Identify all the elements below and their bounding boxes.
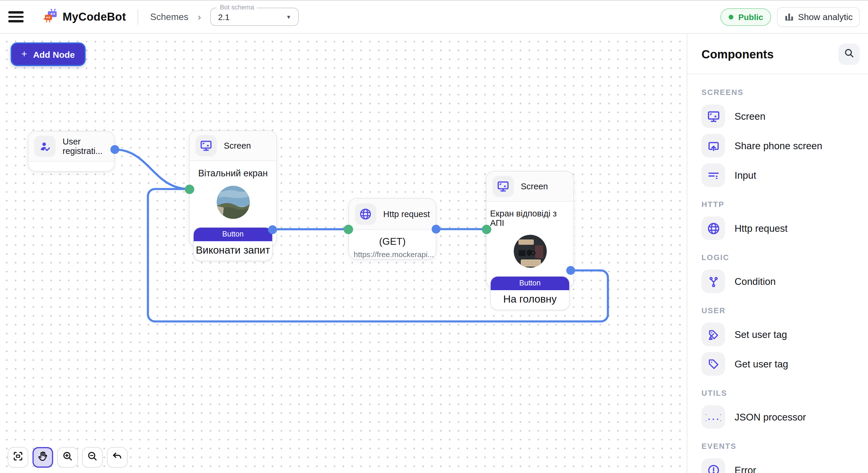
section-events: EVENTS: [702, 442, 854, 450]
button-label: На головну: [491, 290, 569, 310]
button-tag: Button: [194, 228, 272, 241]
node-screen-1[interactable]: Screen Вітальний екран Button Виконати з…: [189, 130, 277, 247]
screen-icon: [702, 104, 725, 128]
hand-icon: [37, 450, 49, 464]
brand: MyCodeBot: [42, 8, 126, 25]
component-item-screen[interactable]: Screen: [702, 101, 854, 131]
component-item-condition[interactable]: Condition: [702, 267, 854, 296]
zoom-in-icon: [62, 450, 73, 464]
screen-photo-desk: [514, 235, 547, 268]
port-out-http[interactable]: [432, 225, 440, 234]
component-item-error[interactable]: Error: [702, 455, 854, 473]
component-item-json-processor[interactable]: {...} JSON processor: [702, 402, 854, 432]
screen-icon: [195, 135, 217, 156]
button-tag: Button: [491, 277, 569, 290]
component-item-get-user-tag[interactable]: Get user tag: [702, 349, 854, 379]
component-item-share-phone-screen[interactable]: Share phone screen: [702, 131, 854, 161]
zoom-in-button[interactable]: [57, 447, 78, 468]
http-method: (GET): [354, 236, 431, 247]
pan-tool-button[interactable]: [32, 447, 53, 468]
robot-logo-icon: [42, 8, 58, 25]
zoom-out-button[interactable]: [82, 447, 103, 468]
plus-icon: +: [21, 48, 27, 60]
globe-icon: [355, 203, 376, 225]
topbar: MyCodeBot Schemes › Bot schema 2.1 ▼ Pub…: [0, 0, 868, 34]
fit-view-button[interactable]: [8, 447, 28, 468]
topbar-left: MyCodeBot Schemes › Bot schema 2.1 ▼: [8, 8, 721, 26]
components-sidebar: Components SCREENS Screen Share phone sc…: [687, 34, 868, 473]
port-out-screen2-button[interactable]: [566, 266, 575, 275]
sidebar-title: Components: [702, 47, 774, 61]
public-status-badge: Public: [721, 8, 771, 26]
bot-schema-select[interactable]: Bot schema 2.1 ▼: [211, 8, 299, 26]
section-logic: LOGIC: [702, 253, 854, 262]
component-item-set-user-tag[interactable]: Set user tag: [702, 320, 854, 349]
node-type-label: Http request: [383, 209, 430, 219]
share-phone-screen-icon: [702, 134, 725, 158]
port-out-screen1-button[interactable]: [268, 225, 277, 234]
app: MyCodeBot Schemes › Bot schema 2.1 ▼ Pub…: [0, 0, 868, 473]
undo-icon: [112, 450, 123, 464]
edges-layer: [0, 34, 687, 473]
component-item-input[interactable]: Input: [702, 161, 854, 190]
node-footer: [28, 162, 114, 171]
section-screens: SCREENS: [702, 88, 854, 97]
component-label: Share phone screen: [735, 140, 822, 151]
component-label: Error: [735, 465, 756, 473]
node-http-request[interactable]: Http request (GET) https://free.mockerap…: [348, 198, 436, 260]
node-type-label: Screen: [521, 182, 548, 191]
screen-title: Екран відповіді з АПІ: [490, 209, 570, 228]
section-http: HTTP: [702, 200, 854, 209]
breadcrumb[interactable]: Schemes: [150, 11, 188, 22]
node-user-registration[interactable]: User registrati...: [28, 131, 115, 172]
component-label: JSON processor: [735, 411, 806, 423]
port-in-http[interactable]: [344, 225, 353, 234]
screen-title: Вітальний екран: [198, 168, 268, 179]
component-label: Http request: [735, 223, 788, 234]
search-icon: [844, 48, 855, 61]
show-analytic-label: Show analytic: [798, 12, 852, 22]
branch-icon: [702, 270, 725, 293]
bot-schema-label: Bot schema: [217, 4, 257, 11]
show-analytic-button[interactable]: Show analytic: [777, 7, 860, 27]
node-title: User registrati...: [63, 137, 108, 156]
component-item-http-request[interactable]: Http request: [702, 213, 854, 243]
undo-button[interactable]: [107, 447, 128, 468]
component-label: Screen: [735, 110, 766, 122]
port-in-screen1[interactable]: [185, 184, 194, 194]
component-label: Set user tag: [735, 329, 787, 340]
edge-userreg-to-screen1: [115, 149, 189, 189]
port-out-user-registration[interactable]: [110, 145, 119, 154]
add-node-button[interactable]: + Add Node: [11, 42, 86, 66]
input-icon: [702, 163, 725, 187]
node-type-label: Screen: [224, 141, 251, 150]
node-screen-2[interactable]: Screen Екран відповіді з АПІ Button На г…: [486, 171, 574, 289]
components-list: SCREENS Screen Share phone screen Input …: [687, 74, 868, 473]
component-label: Condition: [735, 276, 776, 287]
screen-icon: [492, 176, 514, 197]
search-button[interactable]: [838, 44, 860, 65]
bot-schema-value: 2.1: [218, 12, 230, 22]
component-label: Input: [735, 170, 756, 181]
topbar-right: Public Show analytic: [721, 7, 860, 27]
add-node-label: Add Node: [33, 49, 75, 59]
http-url: https://free.mockerapi...: [354, 250, 431, 259]
menu-icon[interactable]: [8, 8, 26, 26]
globe-icon: [702, 216, 725, 240]
chevron-down-icon: ▼: [266, 14, 291, 20]
button-label: Виконати запит: [194, 241, 272, 261]
tag-icon: [702, 352, 725, 376]
section-utils: UTILS: [702, 388, 854, 398]
section-user: USER: [702, 306, 854, 315]
canvas-toolbar: [8, 447, 128, 468]
chevron-right-icon: ›: [198, 11, 201, 22]
status-dot-icon: [729, 14, 734, 19]
flow-canvas[interactable]: + Add Node User registrati...: [0, 34, 687, 473]
port-in-screen2[interactable]: [482, 225, 491, 234]
app-title: MyCodeBot: [63, 10, 126, 23]
screen-button-chip[interactable]: Button Виконати запит: [193, 227, 273, 261]
user-check-icon: [34, 136, 56, 157]
screen-photo-landscape: [216, 186, 249, 219]
screen-button-chip[interactable]: Button На головну: [490, 276, 570, 310]
error-circle-icon: [702, 458, 725, 473]
